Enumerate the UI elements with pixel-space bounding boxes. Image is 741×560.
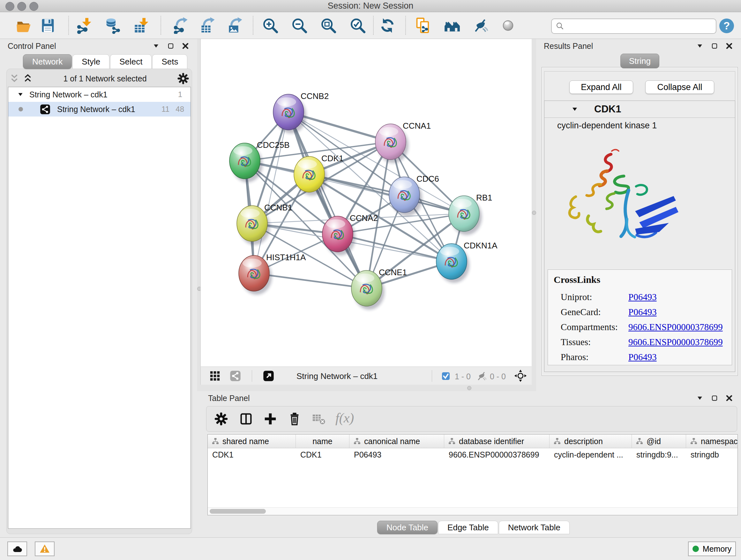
- crosslink-link[interactable]: 9606.ENSP00000378699: [628, 322, 723, 332]
- panel-close-icon[interactable]: [725, 42, 733, 50]
- zoom-out-button[interactable]: [290, 17, 308, 35]
- edge-CDK1-RB1[interactable]: [309, 174, 464, 213]
- open-session-button[interactable]: [15, 17, 32, 35]
- warnings-button[interactable]: [35, 542, 55, 556]
- node-CCNB1[interactable]: CCNB1: [237, 203, 292, 245]
- zoom-selected-button[interactable]: [349, 17, 367, 35]
- hide-details-button[interactable]: [471, 17, 489, 35]
- expand-all-networks-icon[interactable]: [22, 73, 33, 84]
- tab-network-table[interactable]: Network Table: [499, 521, 569, 534]
- search-input[interactable]: [565, 21, 716, 31]
- crosslink-link[interactable]: 9606.ENSP00000378699: [628, 337, 723, 348]
- network-collection-row[interactable]: String Network – cdk1 1: [8, 87, 191, 102]
- network-canvas[interactable]: CCNB2CCNA1CDC25BCDK1CDC6RB1CCNB1CCNA2CDK…: [200, 39, 532, 367]
- column-header-database-identifier[interactable]: database identifier: [444, 435, 549, 448]
- right-splitter[interactable]: [531, 39, 536, 391]
- column-header-canonical-name[interactable]: canonical name: [349, 435, 444, 448]
- table-cell[interactable]: stringdb:9...: [632, 450, 686, 459]
- show-columns-icon[interactable]: [239, 412, 253, 426]
- horizontal-splitter[interactable]: [200, 385, 531, 391]
- window-minimize-button[interactable]: [17, 2, 26, 11]
- hidden-eye-slash-icon[interactable]: [476, 371, 487, 381]
- first-neighbors-button[interactable]: [443, 17, 461, 35]
- splitter-grip[interactable]: [532, 211, 536, 215]
- collapse-entry-icon[interactable]: [570, 105, 579, 113]
- table-cell[interactable]: stringdb: [686, 450, 738, 459]
- panel-close-icon[interactable]: [725, 394, 733, 402]
- crosslink-link[interactable]: P06493: [628, 352, 657, 362]
- tab-network[interactable]: Network: [23, 54, 72, 69]
- node-CDKN1A[interactable]: CDKN1A: [436, 241, 497, 283]
- column-header-description[interactable]: description: [549, 435, 632, 448]
- show-details-button[interactable]: [499, 17, 517, 35]
- panel-menu-icon[interactable]: [696, 42, 704, 50]
- table-cell[interactable]: P06493: [349, 450, 444, 459]
- grid-view-icon[interactable]: [209, 370, 221, 382]
- delete-column-icon[interactable]: [287, 412, 302, 426]
- splitter-grip[interactable]: [467, 386, 471, 390]
- add-column-icon[interactable]: [263, 412, 278, 426]
- crosslink-link[interactable]: P06493: [628, 292, 657, 302]
- node-RB1[interactable]: RB1: [449, 193, 492, 235]
- selected-checkbox-icon[interactable]: [441, 371, 451, 381]
- detach-view-icon[interactable]: [263, 370, 274, 382]
- node-HIST1H1A[interactable]: HIST1H1A: [239, 253, 306, 295]
- export-network-button[interactable]: [172, 17, 190, 35]
- node-CCNE1[interactable]: CCNE1: [351, 267, 407, 310]
- panel-menu-icon[interactable]: [152, 42, 160, 50]
- table-settings-gear-icon[interactable]: [214, 412, 228, 426]
- cloud-status-button[interactable]: [7, 542, 27, 556]
- export-table-button[interactable]: [199, 17, 217, 35]
- table-cell[interactable]: cyclin-dependent ...: [549, 450, 632, 459]
- tree-expand-icon[interactable]: [17, 91, 24, 98]
- collapse-all-button[interactable]: Collapse All: [645, 80, 714, 94]
- table-horizontal-scrollbar[interactable]: [208, 507, 738, 515]
- memory-button[interactable]: Memory: [688, 542, 736, 556]
- table-cell[interactable]: CDK1: [208, 450, 296, 459]
- node-result-header[interactable]: CDK1: [544, 101, 735, 118]
- column-header-shared-name[interactable]: shared name: [208, 435, 296, 448]
- panel-float-icon[interactable]: [166, 42, 175, 50]
- tab-style[interactable]: Style: [72, 54, 110, 69]
- edge-CCNB2-HIST1H1A[interactable]: [254, 112, 288, 273]
- tab-edge-table[interactable]: Edge Table: [438, 521, 498, 534]
- tab-node-table[interactable]: Node Table: [377, 521, 437, 534]
- table-cell[interactable]: CDK1: [296, 450, 349, 459]
- column-header-name[interactable]: name: [296, 435, 349, 448]
- zoom-in-button[interactable]: [261, 17, 279, 35]
- tab-string[interactable]: String: [620, 54, 659, 68]
- crosslink-link[interactable]: P06493: [628, 307, 657, 317]
- import-network-database-button[interactable]: [103, 17, 121, 35]
- node-CCNA2[interactable]: CCNA2: [322, 213, 378, 255]
- left-splitter[interactable]: [197, 39, 200, 391]
- network-share-icon[interactable]: [229, 370, 241, 382]
- tab-select[interactable]: Select: [110, 54, 151, 69]
- panel-menu-icon[interactable]: [696, 394, 704, 402]
- birdseye-crosshair-icon[interactable]: [514, 369, 527, 382]
- help-button[interactable]: ?: [719, 18, 734, 33]
- column-header-@id[interactable]: @id: [632, 435, 686, 448]
- window-close-button[interactable]: [5, 2, 14, 11]
- scrollbar-thumb[interactable]: [210, 509, 266, 514]
- table-cell[interactable]: 9606.ENSP00000378699: [444, 450, 549, 459]
- column-header-namespace[interactable]: namespace: [686, 435, 738, 448]
- tab-sets[interactable]: Sets: [152, 54, 187, 69]
- node-CCNA1[interactable]: CCNA1: [375, 121, 431, 163]
- network-row-selected[interactable]: String Network – cdk1 11 48: [8, 102, 191, 117]
- expand-all-button[interactable]: Expand All: [569, 80, 633, 94]
- panel-float-icon[interactable]: [711, 394, 719, 402]
- window-zoom-button[interactable]: [29, 2, 38, 11]
- import-network-file-button[interactable]: [75, 17, 93, 35]
- panel-float-icon[interactable]: [711, 42, 719, 50]
- export-image-button[interactable]: [226, 17, 245, 35]
- network-options-gear-icon[interactable]: [177, 72, 190, 85]
- import-table-button[interactable]: [132, 17, 150, 35]
- node-CCNB2[interactable]: CCNB2: [273, 91, 329, 133]
- clone-network-button[interactable]: [414, 17, 432, 35]
- collapse-all-networks-icon[interactable]: [9, 73, 20, 84]
- panel-close-icon[interactable]: [181, 42, 190, 50]
- zoom-fit-button[interactable]: [320, 17, 337, 35]
- save-session-button[interactable]: [39, 17, 57, 35]
- table-row[interactable]: CDK1CDK1P064939606.ENSP00000378699cyclin…: [208, 448, 738, 461]
- apply-layout-button[interactable]: [379, 17, 396, 35]
